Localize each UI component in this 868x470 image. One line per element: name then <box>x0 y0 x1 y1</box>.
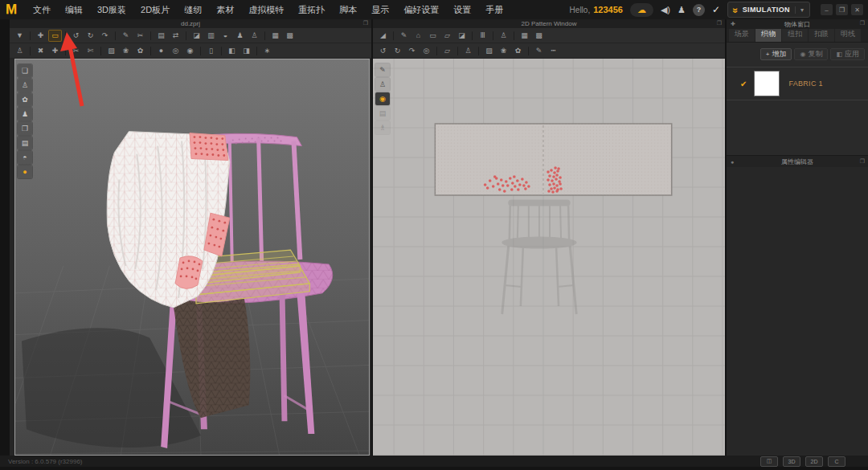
tab-scene[interactable]: 场景 <box>729 27 755 42</box>
show-avatar-2d-tool[interactable]: ♙ <box>497 30 510 42</box>
seam-a-tool[interactable]: ◧ <box>225 45 239 57</box>
view-2d-button[interactable]: 2D <box>805 456 823 467</box>
2d-viewport[interactable]: ✎♙◉▤♗ <box>373 59 725 456</box>
tab-button[interactable]: 纽扣 <box>782 27 808 42</box>
stitch-mesh-tool[interactable]: ▨ <box>104 45 118 57</box>
apply-fabric-button[interactable]: ◧ 应用 <box>830 48 865 60</box>
menu-edit[interactable]: 编辑 <box>58 0 90 19</box>
menu-preferences[interactable]: 偏好设置 <box>396 0 446 19</box>
sync-button[interactable]: C <box>828 456 845 467</box>
help-icon[interactable]: ? <box>693 4 705 16</box>
paper-2d-icon[interactable]: ▤ <box>375 107 390 120</box>
flip-tool[interactable]: ⇄ <box>169 30 182 42</box>
pin-icon[interactable]: ✚ <box>731 21 735 27</box>
menu-material[interactable]: 素材 <box>209 0 241 19</box>
button-ring-tool[interactable]: ◎ <box>169 45 182 57</box>
pose-edit-tool[interactable]: ✚ <box>48 45 62 57</box>
measure-tool[interactable]: ∗ <box>260 45 274 57</box>
menu-manual[interactable]: 手册 <box>478 0 510 19</box>
3d-viewport[interactable]: ❏♙✿♟❐▤◓● <box>14 59 370 456</box>
pressure-tool[interactable]: ◒ <box>219 30 232 42</box>
simulate-tool[interactable]: ▼ <box>13 30 27 42</box>
dual-view-button[interactable]: ◫ <box>760 456 778 467</box>
add-fabric-button[interactable]: + 增加 <box>760 48 792 60</box>
needle-2d-tool[interactable]: ✎ <box>532 45 546 57</box>
grid-2d-tool[interactable]: ▦ <box>518 30 531 42</box>
brand-swoosh-icon[interactable]: ✓ <box>712 4 720 15</box>
edit-pattern-tool[interactable]: ✎ <box>397 30 411 42</box>
menu-retopology[interactable]: 重拓扑 <box>291 0 332 19</box>
seam-b-tool[interactable]: ◨ <box>240 45 253 57</box>
rotate-left-tool[interactable]: ↻ <box>84 30 97 42</box>
buttonhole-tool[interactable]: ◉ <box>183 45 197 57</box>
zoom-select-tool[interactable]: ◎ <box>420 45 433 57</box>
unfold-tool[interactable]: ↺ <box>376 45 390 57</box>
pin-box-tool[interactable]: ▭ <box>48 30 62 42</box>
menu-avatar[interactable]: 虚拟模特 <box>241 0 291 19</box>
menu-3d-garment[interactable]: 3D服装 <box>90 0 133 19</box>
show-paper-icon[interactable]: ▤ <box>18 137 32 149</box>
pin-shirt-icon[interactable]: ♙ <box>375 78 390 91</box>
polygon-tool[interactable]: ▱ <box>440 30 454 42</box>
texture-2d-tool[interactable]: ❀ <box>497 45 510 57</box>
texture-2d-b-tool[interactable]: ✿ <box>511 45 525 57</box>
zipper-tool[interactable]: ▯ <box>204 45 218 57</box>
add-pattern-tool[interactable]: ⌂ <box>411 30 425 42</box>
popout-icon[interactable]: ❐ <box>860 158 865 165</box>
pleat-tool[interactable]: Ⅲ <box>476 30 489 42</box>
transform-2d-tool[interactable]: ◢ <box>376 30 390 42</box>
fold-arrange-tool[interactable]: ▤ <box>154 30 168 42</box>
button-tool[interactable]: ● <box>154 45 168 57</box>
popout-icon[interactable]: ❐ <box>363 20 368 27</box>
tab-fabric[interactable]: 织物 <box>755 27 781 42</box>
grid-tool[interactable]: ▦ <box>268 30 282 42</box>
pose-x-tool[interactable]: ✖ <box>34 45 47 57</box>
menu-file[interactable]: 文件 <box>26 0 58 19</box>
baseline-tool[interactable]: ┅ <box>547 45 560 57</box>
ironing-tool[interactable]: ◪ <box>190 30 203 42</box>
menu-display[interactable]: 显示 <box>364 0 396 19</box>
show-cloth-icon[interactable]: ❏ <box>18 64 32 77</box>
info-mode-icon[interactable]: ◉ <box>375 92 390 105</box>
texture-a-tool[interactable]: ❀ <box>119 45 133 57</box>
simulation-button[interactable]: » SIMULATION ▾ <box>727 2 810 18</box>
pen-2d-icon[interactable]: ✎ <box>375 63 390 76</box>
fabric-item-1[interactable]: ✔ FABRIC 1 <box>727 67 868 100</box>
minimize-button[interactable]: – <box>821 4 833 15</box>
fabric-strain-tool[interactable]: ✂ <box>69 45 83 57</box>
rectangle-tool[interactable]: ▭ <box>426 30 440 42</box>
rotate-ccw-2d-tool[interactable]: ↷ <box>405 45 419 57</box>
sewing-tool[interactable]: ✎ <box>119 30 133 42</box>
iron-2d-tool[interactable]: ▱ <box>440 45 454 57</box>
close-button[interactable]: ✕ <box>851 4 863 15</box>
reset-arrange-tool[interactable]: ↺ <box>69 30 83 42</box>
copy-fabric-button[interactable]: ◉ 复制 <box>794 48 828 60</box>
select-move-tool[interactable]: ✚ <box>34 30 47 42</box>
avatar-hide-tool[interactable]: ♟ <box>233 30 247 42</box>
rotate-right-tool[interactable]: ↷ <box>98 30 112 42</box>
menu-2d-pattern[interactable]: 2D板片 <box>133 0 177 19</box>
fabric-swatch[interactable] <box>754 71 780 96</box>
avatar-show-tool[interactable]: ♙ <box>248 30 261 42</box>
grid-2d-large-tool[interactable]: ▩ <box>532 30 546 42</box>
dart-tool[interactable]: ◪ <box>455 30 469 42</box>
grid-large-tool[interactable]: ▩ <box>283 30 297 42</box>
pants-press-tool[interactable]: ▥ <box>204 30 218 42</box>
stitch-2d-tool[interactable]: ▨ <box>482 45 496 57</box>
show-gizmo-icon[interactable]: ✿ <box>18 93 32 106</box>
tab-buttonhole[interactable]: 扣眼 <box>809 27 834 42</box>
tab-topstitch[interactable]: 明线 <box>835 27 861 42</box>
menu-script[interactable]: 脚本 <box>332 0 364 19</box>
popout-icon[interactable]: ❐ <box>860 20 865 27</box>
view-3d-button[interactable]: 3D <box>783 456 800 467</box>
show-layer-icon[interactable]: ❐ <box>18 122 32 135</box>
sound-icon[interactable]: ◀) <box>661 5 670 15</box>
popout-icon[interactable]: ❐ <box>717 20 722 27</box>
style-mode-icon[interactable]: ● <box>18 166 32 178</box>
check-icon[interactable]: ✔ <box>740 80 747 88</box>
walk-pose-tool[interactable]: ♙ <box>13 45 27 57</box>
show-head-icon[interactable]: ◓ <box>18 151 32 164</box>
cloud-sync-icon[interactable]: ☁ <box>630 3 653 17</box>
arrange-avatar-tool[interactable]: ♙ <box>461 45 475 57</box>
sewing-free-tool[interactable]: ✂ <box>133 30 147 42</box>
